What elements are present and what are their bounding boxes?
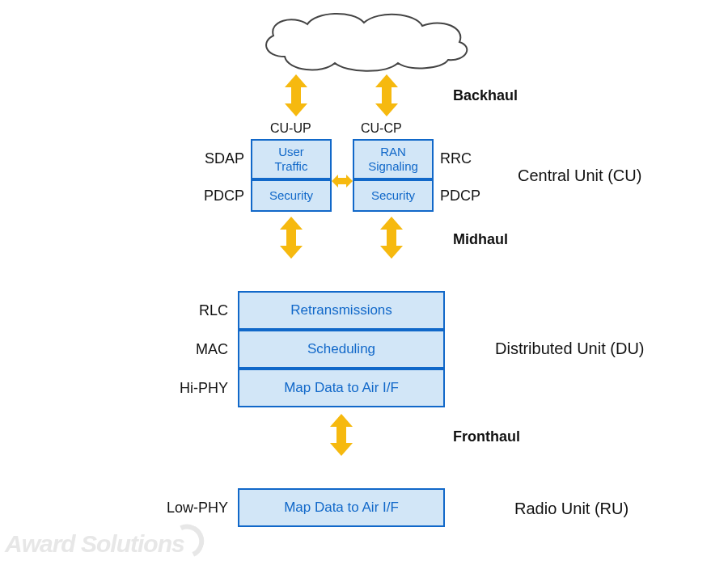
ru-title: Radio Unit (RU): [514, 500, 629, 518]
watermark-text: Award Solutions: [5, 530, 184, 557]
svg-marker-5: [330, 414, 353, 456]
fronthaul-arrow: [327, 414, 356, 456]
cu-up-user-traffic-box: User Traffic: [251, 139, 332, 179]
core-network-cloud: Core Network: [251, 10, 477, 73]
svg-marker-2: [332, 175, 353, 188]
fronthaul-label: Fronthaul: [453, 428, 520, 445]
du-mac-label: MAC: [180, 341, 228, 358]
svg-marker-4: [380, 217, 403, 259]
du-hiphy-box: Map Data to Air I/F: [238, 369, 445, 407]
backhaul-label: Backhaul: [453, 87, 518, 104]
midhaul-arrow-right: [377, 217, 406, 259]
ru-lowphy-box: Map Data to Air I/F: [238, 488, 445, 527]
backhaul-arrow-right: [372, 74, 401, 116]
du-rlc-box: Retransmissions: [238, 291, 445, 330]
midhaul-label: Midhaul: [453, 231, 508, 248]
du-mac-box: Scheduling: [238, 330, 445, 369]
midhaul-arrow-left: [277, 217, 306, 259]
du-hiphy-label: Hi-PHY: [173, 380, 228, 397]
cu-title: Central Unit (CU): [518, 167, 641, 185]
du-title: Distributed Unit (DU): [495, 340, 644, 358]
watermark: Award Solutions: [5, 518, 206, 558]
ru-lowphy-proto: Low-PHY: [162, 500, 228, 517]
cu-cp-ran-signaling-box: RAN Signaling: [353, 139, 434, 179]
cu-cp-security-box: Security: [353, 179, 434, 212]
cu-up-security-box: Security: [251, 179, 332, 212]
cloud-icon: [251, 10, 477, 73]
svg-marker-0: [285, 74, 307, 116]
cu-up-header: CU-UP: [270, 121, 311, 136]
cu-up-pdcp-label: PDCP: [202, 188, 244, 205]
svg-marker-1: [375, 74, 398, 116]
svg-marker-3: [280, 217, 303, 259]
cu-up-sdap-label: SDAP: [202, 150, 244, 167]
du-rlc-label: RLC: [180, 302, 228, 319]
cu-cp-header: CU-CP: [361, 121, 402, 136]
cu-cp-pdcp-label: PDCP: [440, 188, 480, 205]
backhaul-arrow-left: [281, 74, 311, 116]
cu-up-cp-link-arrow: [332, 173, 353, 189]
cu-cp-rrc-label: RRC: [440, 150, 472, 167]
